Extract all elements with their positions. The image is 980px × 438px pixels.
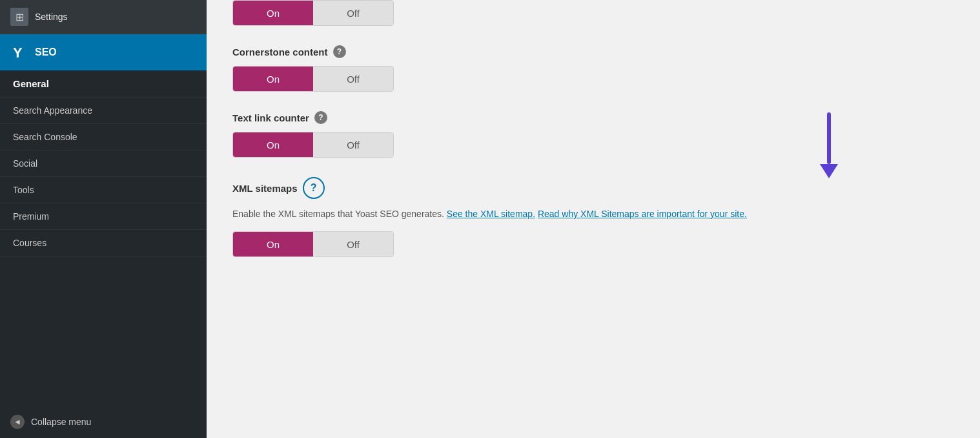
- text-link-counter-toggle-on[interactable]: On: [233, 132, 313, 157]
- top-toggle-off[interactable]: Off: [313, 1, 393, 25]
- text-link-counter-toggle-group: On Off: [232, 132, 394, 158]
- sidebar-item-premium[interactable]: Premium: [0, 203, 207, 230]
- arrow-head: [820, 164, 838, 178]
- cornerstone-toggle-off[interactable]: Off: [313, 67, 393, 91]
- cornerstone-toggle-on[interactable]: On: [233, 67, 313, 91]
- xml-sitemaps-label: XML sitemaps ?: [232, 177, 954, 199]
- xml-sitemap-link[interactable]: See the XML sitemap.: [447, 209, 535, 219]
- xml-sitemaps-description: Enable the XML sitemaps that Yoast SEO g…: [232, 207, 813, 221]
- text-link-counter-label: Text link counter ?: [232, 111, 954, 124]
- collapse-menu-button[interactable]: ◄ Collapse menu: [0, 406, 207, 438]
- settings-icon: ⊞: [10, 8, 28, 26]
- cornerstone-help-icon[interactable]: ?: [333, 45, 346, 58]
- sidebar-item-general[interactable]: General: [0, 70, 207, 98]
- sidebar: ⊞ Settings Y SEO General Search Appearan…: [0, 0, 207, 438]
- top-toggle-group: On Off: [232, 0, 394, 26]
- text-link-counter-section: Text link counter ? On Off: [232, 111, 954, 158]
- sidebar-item-tools[interactable]: Tools: [0, 177, 207, 203]
- xml-sitemaps-toggle-on[interactable]: On: [233, 232, 313, 256]
- settings-label: Settings: [35, 12, 68, 22]
- collapse-menu-label: Collapse menu: [31, 417, 91, 427]
- text-link-counter-help-icon[interactable]: ?: [314, 111, 327, 124]
- svg-text:Y: Y: [13, 45, 23, 61]
- cornerstone-label: Cornerstone content ?: [232, 45, 954, 58]
- xml-sitemap-why-link[interactable]: Read why XML Sitemaps are important for …: [538, 209, 747, 219]
- top-toggle-section: On Off: [232, 0, 954, 26]
- collapse-icon: ◄: [10, 415, 25, 429]
- top-toggle-on[interactable]: On: [233, 1, 313, 25]
- main-content: On Off Cornerstone content ? On Off Text…: [207, 0, 980, 438]
- cornerstone-toggle-group: On Off: [232, 66, 394, 92]
- xml-sitemaps-section: XML sitemaps ? Enable the XML sitemaps t…: [232, 177, 954, 257]
- xml-sitemaps-toggle-group: On Off: [232, 231, 394, 257]
- sidebar-item-search-console[interactable]: Search Console: [0, 124, 207, 151]
- arrow-annotation: [820, 112, 838, 178]
- sidebar-settings-item[interactable]: ⊞ Settings: [0, 0, 207, 34]
- sidebar-item-search-appearance[interactable]: Search Appearance: [0, 98, 207, 124]
- xml-sitemaps-toggle-off[interactable]: Off: [313, 232, 393, 256]
- cornerstone-section: Cornerstone content ? On Off: [232, 45, 954, 92]
- text-link-counter-toggle-off[interactable]: Off: [313, 132, 393, 157]
- sidebar-item-seo[interactable]: Y SEO: [0, 34, 207, 70]
- sidebar-item-social[interactable]: Social: [0, 151, 207, 177]
- xml-sitemaps-help-icon[interactable]: ?: [303, 177, 325, 199]
- sidebar-item-courses[interactable]: Courses: [0, 230, 207, 256]
- arrow-line: [827, 112, 831, 164]
- seo-label: SEO: [35, 47, 57, 58]
- yoast-icon: Y: [10, 43, 28, 61]
